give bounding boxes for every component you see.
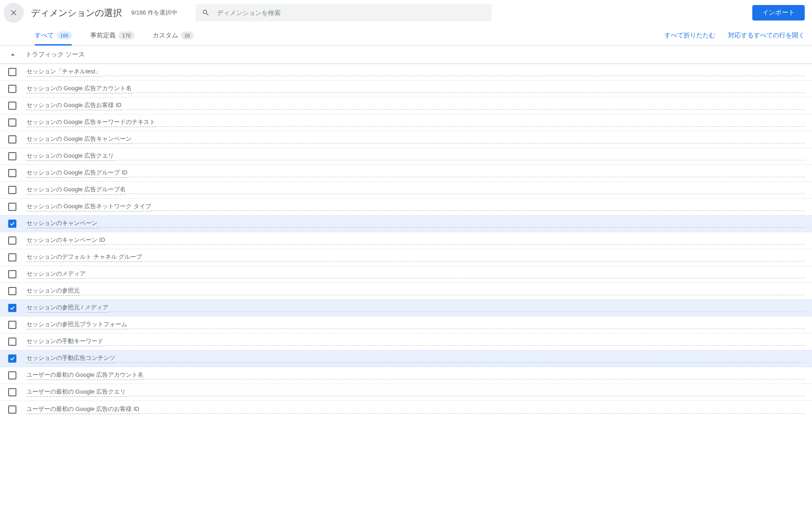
- list-item-label: セッションのデフォルト チャネル グループ: [26, 253, 142, 262]
- checkbox[interactable]: [8, 371, 16, 379]
- checkbox[interactable]: [8, 169, 16, 177]
- checkbox[interactable]: [8, 253, 16, 261]
- row-fill: [142, 261, 805, 261]
- list-item-label: セッションの Google 広告ネットワーク タイプ: [26, 202, 151, 211]
- import-button[interactable]: インポート: [752, 5, 805, 21]
- list-item-label: セッションの Google 広告グループ名: [26, 185, 126, 195]
- checkbox[interactable]: [8, 152, 16, 160]
- list-item-label: ユーザーの最初の Google 広告クエリ: [26, 388, 126, 397]
- check-icon: [9, 305, 15, 311]
- checkbox[interactable]: [8, 287, 16, 295]
- row-fill: [128, 177, 805, 177]
- tab-0[interactable]: すべて186: [35, 26, 72, 45]
- checkbox[interactable]: [8, 405, 16, 414]
- list-item[interactable]: ユーザーの最初の Google 広告のお客様 ID: [0, 401, 812, 418]
- tabs-row: すべて186事前定義170カスタム16 すべて折りたたむ 対応するすべての行を開…: [0, 26, 812, 46]
- list-item[interactable]: セッション「チャネルtest」: [0, 64, 812, 81]
- row-fill: [114, 160, 805, 160]
- group-title: トラフィック ソース: [26, 51, 85, 59]
- list-item[interactable]: セッションの参照元プラットフォーム: [0, 317, 812, 333]
- checkbox[interactable]: [8, 135, 16, 144]
- row-fill: [105, 244, 805, 245]
- checkbox[interactable]: [8, 85, 16, 93]
- tab-count-chip: 186: [57, 31, 72, 40]
- checkbox[interactable]: [8, 102, 16, 110]
- list-item[interactable]: セッションのキャンペーン ID: [0, 232, 812, 249]
- checkbox[interactable]: [8, 220, 16, 228]
- check-icon: [9, 220, 15, 227]
- list-item-label: ユーザーの最初の Google 広告アカウント名: [26, 371, 144, 380]
- tab-2[interactable]: カスタム16: [153, 26, 194, 45]
- list-item[interactable]: ユーザーの最初の Google 広告アカウント名: [0, 367, 812, 384]
- row-fill: [144, 379, 805, 379]
- group-header[interactable]: トラフィック ソース: [0, 46, 812, 64]
- checkbox[interactable]: [8, 186, 16, 194]
- list-item-label: セッションの Google 広告グループ ID: [26, 169, 128, 178]
- checkbox[interactable]: [8, 118, 16, 127]
- list-item[interactable]: セッションの参照元: [0, 283, 812, 300]
- checkbox[interactable]: [8, 388, 16, 396]
- list-item[interactable]: セッションのデフォルト チャネル グループ: [0, 249, 812, 266]
- search-icon: [202, 9, 210, 17]
- list-item[interactable]: セッションの Google 広告キャンペーン: [0, 131, 812, 148]
- list-item-label: ユーザーの最初の Google 広告のお客様 ID: [26, 405, 139, 414]
- list-item[interactable]: セッションの手動キーワード: [0, 333, 812, 350]
- list-item-label: セッションの参照元プラットフォーム: [26, 320, 127, 329]
- row-fill: [132, 92, 805, 93]
- dimension-list: セッション「チャネルtest」セッションの Google 広告アカウント名セッシ…: [0, 64, 812, 418]
- search-input[interactable]: [216, 9, 485, 17]
- row-fill: [108, 312, 805, 312]
- checkbox[interactable]: [8, 203, 16, 211]
- list-item[interactable]: セッションの Google 広告キーワードのテキスト: [0, 114, 812, 131]
- selection-count: 9/186 件を選択中: [131, 9, 177, 17]
- chevron-up-icon: [8, 50, 17, 59]
- row-fill: [132, 143, 805, 144]
- list-item[interactable]: セッションの Google 広告グループ名: [0, 182, 812, 199]
- list-item[interactable]: セッションの Google 広告ネットワーク タイプ: [0, 199, 812, 215]
- checkbox[interactable]: [8, 354, 16, 363]
- list-item[interactable]: セッションの Google 広告お客様 ID: [0, 97, 812, 114]
- list-item[interactable]: ユーザーの最初の Google 広告クエリ: [0, 384, 812, 401]
- list-item-label: セッションの参照元: [26, 287, 80, 296]
- tab-label: カスタム: [153, 31, 178, 40]
- list-item[interactable]: セッションの参照元 / メディア: [0, 300, 812, 317]
- checkbox[interactable]: [8, 304, 16, 312]
- search-field[interactable]: [195, 4, 492, 21]
- list-item[interactable]: セッションの Google 広告クエリ: [0, 148, 812, 165]
- check-icon: [9, 355, 15, 362]
- checkbox[interactable]: [8, 321, 16, 329]
- row-fill: [155, 126, 805, 127]
- row-fill: [101, 76, 805, 76]
- list-item-label: セッションのキャンペーン ID: [26, 236, 105, 245]
- checkbox[interactable]: [8, 270, 16, 278]
- close-icon: [10, 9, 18, 17]
- list-item[interactable]: セッションの Google 広告アカウント名: [0, 81, 812, 97]
- close-button[interactable]: [4, 3, 24, 23]
- row-fill: [86, 278, 805, 278]
- list-item-label: セッションの Google 広告クエリ: [26, 152, 114, 161]
- checkbox[interactable]: [8, 236, 16, 245]
- list-item-label: セッションの手動広告コンテンツ: [26, 354, 115, 363]
- list-item[interactable]: セッションの Google 広告グループ ID: [0, 165, 812, 182]
- list-item-label: セッションの手動キーワード: [26, 337, 103, 346]
- list-item-label: セッションの Google 広告お客様 ID: [26, 101, 122, 110]
- list-item[interactable]: セッションのメディア: [0, 266, 812, 283]
- collapse-all-link[interactable]: すべて折りたたむ: [664, 31, 715, 40]
- list-item[interactable]: セッションのキャンペーン: [0, 215, 812, 232]
- tab-count-chip: 170: [118, 31, 134, 40]
- row-fill: [127, 328, 805, 329]
- row-fill: [115, 362, 805, 363]
- tab-label: すべて: [35, 31, 54, 40]
- list-item[interactable]: セッションの手動広告コンテンツ: [0, 350, 812, 367]
- list-item-label: セッションの Google 広告アカウント名: [26, 84, 132, 93]
- expand-matching-link[interactable]: 対応するすべての行を開く: [728, 31, 805, 40]
- row-fill: [139, 413, 805, 414]
- row-fill: [151, 210, 805, 211]
- checkbox[interactable]: [8, 338, 16, 346]
- row-fill: [103, 345, 805, 346]
- checkbox[interactable]: [8, 68, 16, 76]
- tab-label: 事前定義: [90, 31, 116, 40]
- tab-1[interactable]: 事前定義170: [90, 26, 134, 45]
- list-item-label: セッションの Google 広告キーワードのテキスト: [26, 118, 155, 127]
- tab-count-chip: 16: [181, 31, 194, 40]
